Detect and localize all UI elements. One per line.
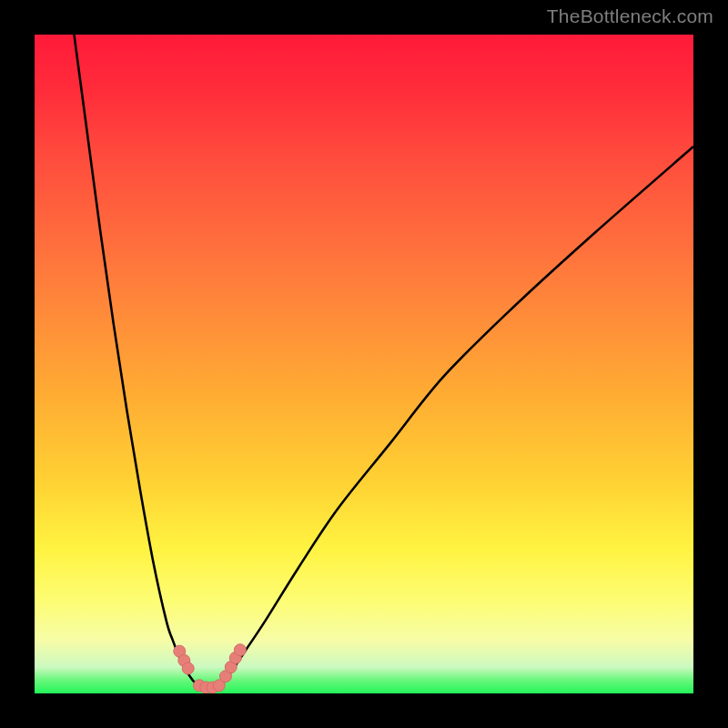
curve-marker	[234, 644, 246, 656]
curve-svg	[35, 35, 693, 693]
chart-frame: TheBottleneck.com	[0, 0, 728, 728]
right-curve	[219, 147, 693, 687]
curve-markers	[174, 644, 247, 693]
left-curve	[74, 35, 199, 687]
curve-marker	[182, 662, 194, 674]
plot-area	[35, 35, 693, 693]
watermark-text: TheBottleneck.com	[547, 5, 713, 27]
